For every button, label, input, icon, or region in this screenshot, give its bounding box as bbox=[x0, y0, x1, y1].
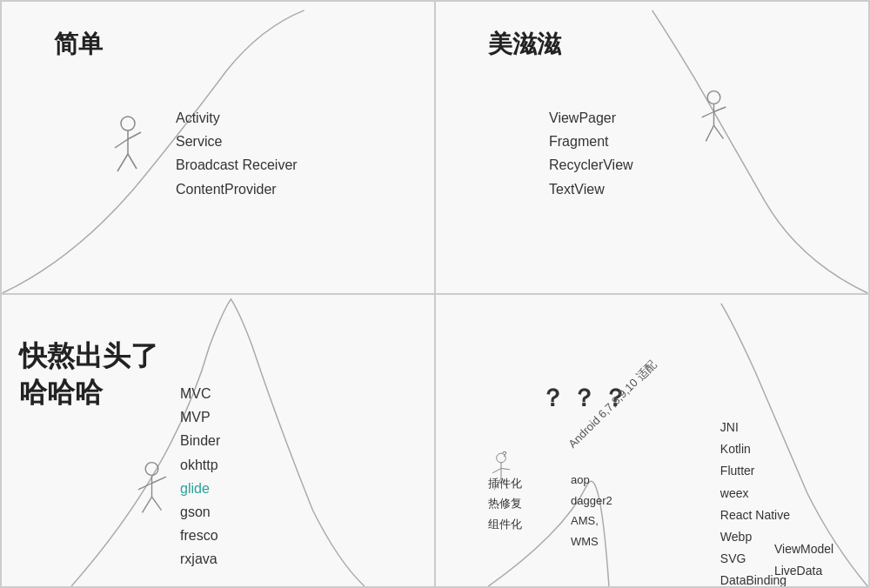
text-item: Kotlin bbox=[720, 438, 790, 460]
text-item: aop bbox=[571, 470, 612, 490]
tech-item: Broadcast Receiver bbox=[176, 153, 298, 177]
svg-line-21 bbox=[501, 469, 510, 470]
svg-point-12 bbox=[145, 463, 158, 476]
text-item: WMS bbox=[571, 531, 612, 551]
main-grid: 简单 Activity Service Broadcast Receiver C… bbox=[0, 0, 870, 588]
stick-figure-3 bbox=[128, 460, 176, 525]
tech-item: Binder bbox=[180, 429, 220, 452]
panel-nice: 美滋滋 ViewPager Fragment RecyclerView Text… bbox=[435, 1, 869, 294]
panel4-right-mid: ViewModel LiveData ViewPager2 androidx N… bbox=[774, 538, 860, 587]
react-native-text: React Native bbox=[720, 504, 790, 526]
panel-advanced: ？？？ Android 6,7,8,9,10 适配 ? 插件化 热修复 组件化 … bbox=[435, 294, 869, 587]
text-item: dagger2 bbox=[571, 491, 612, 511]
svg-point-0 bbox=[121, 117, 135, 130]
text-item: JNI bbox=[720, 417, 790, 438]
svg-line-15 bbox=[152, 477, 167, 483]
tech-item: MVC bbox=[180, 382, 220, 405]
svg-line-8 bbox=[702, 112, 714, 117]
svg-line-14 bbox=[138, 484, 152, 490]
svg-point-6 bbox=[707, 91, 720, 104]
panel3-title: 快熬出头了 哈哈哈 bbox=[19, 338, 158, 411]
text-item: LiveData bbox=[774, 560, 860, 582]
stick-figure-2 bbox=[690, 89, 738, 154]
panel1-title: 简单 bbox=[54, 28, 103, 61]
tech-item: ViewPager bbox=[549, 106, 633, 130]
tech-item: Fragment bbox=[549, 130, 633, 153]
tech-item: RecyclerView bbox=[549, 153, 633, 177]
svg-line-11 bbox=[714, 125, 724, 139]
text-item: AMS, bbox=[571, 511, 612, 531]
svg-line-4 bbox=[117, 154, 128, 171]
panel1-tech-list: Activity Service Broadcast Receiver Cont… bbox=[176, 106, 298, 201]
svg-line-16 bbox=[143, 497, 152, 512]
svg-line-5 bbox=[128, 154, 137, 169]
text-item: ViewModel bbox=[774, 538, 860, 560]
svg-line-10 bbox=[706, 125, 713, 141]
svg-line-17 bbox=[152, 497, 162, 511]
tech-item: okhttp bbox=[180, 453, 220, 477]
text-item: 热修复 bbox=[488, 493, 522, 513]
tech-item: Activity bbox=[176, 106, 298, 130]
stick-figure-1 bbox=[102, 115, 154, 184]
tech-item: Service bbox=[176, 130, 298, 153]
panel4-bottom-left: 插件化 热修复 组件化 bbox=[488, 473, 522, 534]
text-item: weex bbox=[720, 483, 790, 504]
panel4-middle: aop dagger2 AMS, WMS bbox=[571, 470, 612, 551]
panel2-tech-list: ViewPager Fragment RecyclerView TextView bbox=[549, 106, 633, 201]
panel-simple: 简单 Activity Service Broadcast Receiver C… bbox=[1, 1, 435, 294]
tech-item: TextView bbox=[549, 177, 633, 201]
tech-item: fresco bbox=[180, 524, 220, 547]
tech-item: gson bbox=[180, 500, 220, 524]
tech-item: ContentProvider bbox=[176, 177, 298, 201]
panel2-title: 美滋滋 bbox=[488, 28, 561, 61]
svg-line-3 bbox=[128, 132, 141, 139]
svg-text:?: ? bbox=[502, 451, 506, 458]
svg-line-2 bbox=[115, 139, 128, 148]
tech-item: MVP bbox=[180, 405, 220, 429]
tech-item-teal: glide bbox=[180, 477, 220, 500]
tech-item: rxjava bbox=[180, 547, 220, 571]
text-item: 组件化 bbox=[488, 514, 522, 534]
panel3-tech-list: MVC MVP Binder okhttp glide gson fresco … bbox=[180, 382, 220, 571]
text-item: Flutter bbox=[720, 460, 790, 482]
text-item: 插件化 bbox=[488, 473, 522, 493]
panel-almost: 快熬出头了 哈哈哈 MVC MVP Binder okhttp glide gs… bbox=[1, 294, 435, 587]
svg-line-9 bbox=[714, 107, 726, 112]
text-item: ViewPager2 bbox=[774, 582, 860, 587]
